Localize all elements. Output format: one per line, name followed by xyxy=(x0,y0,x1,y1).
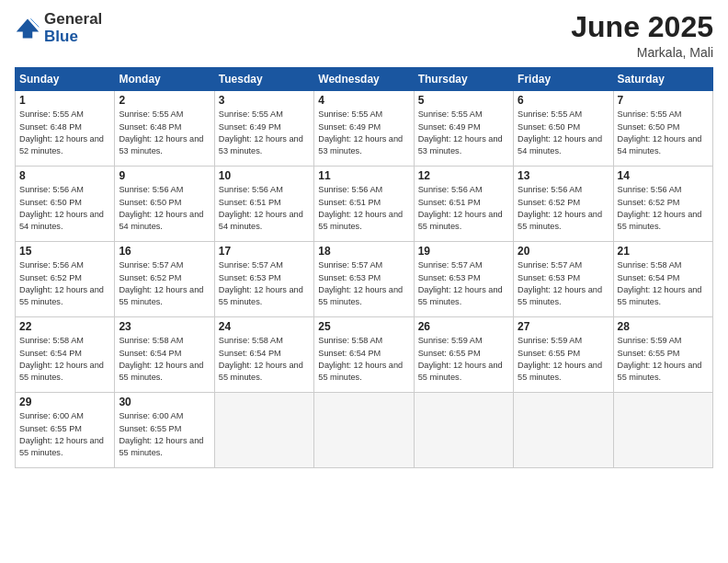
calendar-week-row: 22 Sunrise: 5:58 AMSunset: 6:54 PMDaylig… xyxy=(16,317,713,393)
day-info: Sunrise: 5:58 AMSunset: 6:54 PMDaylight:… xyxy=(318,335,409,384)
day-info: Sunrise: 5:56 AMSunset: 6:50 PMDaylight:… xyxy=(19,184,110,233)
title-block: June 2025 Markala, Mali xyxy=(571,11,713,60)
day-number: 26 xyxy=(418,320,509,333)
calendar-cell: 28 Sunrise: 5:59 AMSunset: 6:55 PMDaylig… xyxy=(613,317,712,393)
day-info: Sunrise: 5:56 AMSunset: 6:51 PMDaylight:… xyxy=(418,184,509,233)
calendar-cell: 24 Sunrise: 5:58 AMSunset: 6:54 PMDaylig… xyxy=(214,317,313,393)
day-info: Sunrise: 5:55 AMSunset: 6:49 PMDaylight:… xyxy=(318,109,409,157)
calendar-cell xyxy=(514,393,613,468)
day-info: Sunrise: 6:00 AMSunset: 6:55 PMDaylight:… xyxy=(119,410,210,459)
day-number: 24 xyxy=(219,320,310,333)
col-thursday: Thursday xyxy=(414,68,513,91)
col-friday: Friday xyxy=(514,68,613,91)
calendar-cell: 11 Sunrise: 5:56 AMSunset: 6:51 PMDaylig… xyxy=(314,167,414,242)
calendar-cell: 27 Sunrise: 5:59 AMSunset: 6:55 PMDaylig… xyxy=(514,317,613,393)
day-number: 6 xyxy=(518,94,609,107)
day-number: 27 xyxy=(518,320,609,333)
day-info: Sunrise: 5:59 AMSunset: 6:55 PMDaylight:… xyxy=(418,335,509,384)
calendar-cell: 8 Sunrise: 5:56 AMSunset: 6:50 PMDayligh… xyxy=(16,167,115,242)
day-number: 3 xyxy=(219,94,310,107)
day-number: 20 xyxy=(518,245,609,258)
calendar-cell: 30 Sunrise: 6:00 AMSunset: 6:55 PMDaylig… xyxy=(115,393,214,468)
calendar-week-row: 8 Sunrise: 5:56 AMSunset: 6:50 PMDayligh… xyxy=(16,167,713,242)
day-info: Sunrise: 5:58 AMSunset: 6:54 PMDaylight:… xyxy=(19,335,110,384)
col-sunday: Sunday xyxy=(16,68,115,91)
calendar-cell xyxy=(314,393,414,468)
month-title: June 2025 xyxy=(571,11,713,43)
day-info: Sunrise: 5:55 AMSunset: 6:50 PMDaylight:… xyxy=(518,109,609,157)
day-info: Sunrise: 5:56 AMSunset: 6:52 PMDaylight:… xyxy=(19,259,110,308)
svg-marker-0 xyxy=(17,18,40,38)
day-info: Sunrise: 5:57 AMSunset: 6:53 PMDaylight:… xyxy=(219,259,310,308)
calendar: Sunday Monday Tuesday Wednesday Thursday… xyxy=(15,67,713,468)
day-number: 28 xyxy=(618,320,709,333)
day-number: 8 xyxy=(19,169,110,182)
day-number: 15 xyxy=(19,245,110,258)
day-number: 25 xyxy=(318,320,409,333)
calendar-cell xyxy=(613,393,712,468)
calendar-cell: 21 Sunrise: 5:58 AMSunset: 6:54 PMDaylig… xyxy=(613,242,712,317)
calendar-cell: 10 Sunrise: 5:56 AMSunset: 6:51 PMDaylig… xyxy=(214,167,313,242)
day-number: 14 xyxy=(618,169,709,182)
col-tuesday: Tuesday xyxy=(214,68,313,91)
calendar-cell xyxy=(414,393,513,468)
day-number: 22 xyxy=(19,320,110,333)
day-info: Sunrise: 5:56 AMSunset: 6:51 PMDaylight:… xyxy=(318,184,409,233)
calendar-week-row: 29 Sunrise: 6:00 AMSunset: 6:55 PMDaylig… xyxy=(16,393,713,468)
day-info: Sunrise: 5:55 AMSunset: 6:49 PMDaylight:… xyxy=(418,109,509,157)
day-number: 29 xyxy=(19,396,110,408)
calendar-cell: 4 Sunrise: 5:55 AMSunset: 6:49 PMDayligh… xyxy=(314,91,414,167)
calendar-week-row: 1 Sunrise: 5:55 AMSunset: 6:48 PMDayligh… xyxy=(16,91,713,167)
day-number: 10 xyxy=(219,169,310,182)
day-number: 13 xyxy=(518,169,609,182)
logo-text: General Blue xyxy=(44,11,102,45)
calendar-cell: 26 Sunrise: 5:59 AMSunset: 6:55 PMDaylig… xyxy=(414,317,513,393)
calendar-cell: 23 Sunrise: 5:58 AMSunset: 6:54 PMDaylig… xyxy=(115,317,214,393)
day-number: 18 xyxy=(318,245,409,258)
calendar-cell: 17 Sunrise: 5:57 AMSunset: 6:53 PMDaylig… xyxy=(214,242,313,317)
day-number: 23 xyxy=(119,320,210,333)
calendar-cell: 5 Sunrise: 5:55 AMSunset: 6:49 PMDayligh… xyxy=(414,91,513,167)
day-info: Sunrise: 5:58 AMSunset: 6:54 PMDaylight:… xyxy=(618,259,709,308)
logo-general: General xyxy=(44,11,102,29)
day-info: Sunrise: 5:57 AMSunset: 6:53 PMDaylight:… xyxy=(318,259,409,308)
calendar-cell: 14 Sunrise: 5:56 AMSunset: 6:52 PMDaylig… xyxy=(613,167,712,242)
day-info: Sunrise: 5:57 AMSunset: 6:53 PMDaylight:… xyxy=(518,259,609,308)
col-wednesday: Wednesday xyxy=(314,68,414,91)
day-info: Sunrise: 5:55 AMSunset: 6:48 PMDaylight:… xyxy=(19,109,110,157)
header: General Blue June 2025 Markala, Mali xyxy=(15,11,713,60)
day-number: 2 xyxy=(119,94,210,107)
day-number: 9 xyxy=(119,169,210,182)
calendar-header-row: Sunday Monday Tuesday Wednesday Thursday… xyxy=(16,68,713,91)
day-info: Sunrise: 5:57 AMSunset: 6:52 PMDaylight:… xyxy=(119,259,210,308)
calendar-cell: 2 Sunrise: 5:55 AMSunset: 6:48 PMDayligh… xyxy=(115,91,214,167)
day-info: Sunrise: 5:56 AMSunset: 6:50 PMDaylight:… xyxy=(119,184,210,233)
day-info: Sunrise: 5:56 AMSunset: 6:52 PMDaylight:… xyxy=(518,184,609,233)
calendar-cell: 13 Sunrise: 5:56 AMSunset: 6:52 PMDaylig… xyxy=(514,167,613,242)
calendar-cell: 3 Sunrise: 5:55 AMSunset: 6:49 PMDayligh… xyxy=(214,91,313,167)
day-info: Sunrise: 5:58 AMSunset: 6:54 PMDaylight:… xyxy=(119,335,210,384)
calendar-cell: 16 Sunrise: 5:57 AMSunset: 6:52 PMDaylig… xyxy=(115,242,214,317)
day-info: Sunrise: 5:55 AMSunset: 6:50 PMDaylight:… xyxy=(618,109,709,157)
location: Markala, Mali xyxy=(571,45,713,60)
calendar-week-row: 15 Sunrise: 5:56 AMSunset: 6:52 PMDaylig… xyxy=(16,242,713,317)
day-number: 12 xyxy=(418,169,509,182)
calendar-cell: 6 Sunrise: 5:55 AMSunset: 6:50 PMDayligh… xyxy=(514,91,613,167)
calendar-cell: 29 Sunrise: 6:00 AMSunset: 6:55 PMDaylig… xyxy=(16,393,115,468)
calendar-cell: 9 Sunrise: 5:56 AMSunset: 6:50 PMDayligh… xyxy=(115,167,214,242)
day-info: Sunrise: 5:57 AMSunset: 6:53 PMDaylight:… xyxy=(418,259,509,308)
day-number: 30 xyxy=(119,396,210,408)
day-info: Sunrise: 6:00 AMSunset: 6:55 PMDaylight:… xyxy=(19,410,110,459)
logo-icon xyxy=(15,16,40,41)
day-number: 5 xyxy=(418,94,509,107)
calendar-cell: 18 Sunrise: 5:57 AMSunset: 6:53 PMDaylig… xyxy=(314,242,414,317)
day-number: 11 xyxy=(318,169,409,182)
day-info: Sunrise: 5:59 AMSunset: 6:55 PMDaylight:… xyxy=(618,335,709,384)
day-number: 21 xyxy=(618,245,709,258)
calendar-cell: 20 Sunrise: 5:57 AMSunset: 6:53 PMDaylig… xyxy=(514,242,613,317)
day-info: Sunrise: 5:58 AMSunset: 6:54 PMDaylight:… xyxy=(219,335,310,384)
logo-blue: Blue xyxy=(44,29,102,46)
calendar-cell: 15 Sunrise: 5:56 AMSunset: 6:52 PMDaylig… xyxy=(16,242,115,317)
day-number: 4 xyxy=(318,94,409,107)
day-number: 7 xyxy=(618,94,709,107)
